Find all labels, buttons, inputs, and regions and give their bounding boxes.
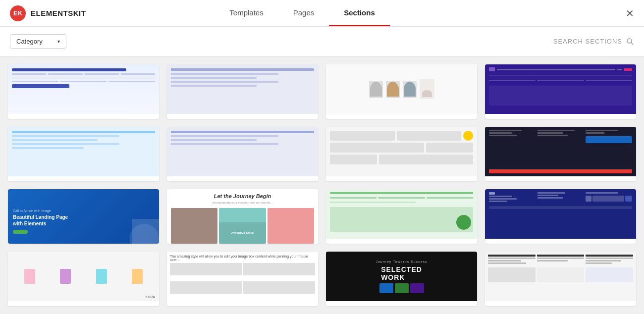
- top-navigation: EK ELEMENTSKIT Templates Pages Sections …: [0, 0, 644, 27]
- card-selected-work[interactable]: Journey Towards Success SELECTEDWORK Sel…: [326, 252, 477, 306]
- toolbar: Category ▾ SEARCH SECTIONS: [0, 27, 644, 56]
- card-mega-computer[interactable]: Mega Menu - Computer Office Security: [326, 127, 477, 181]
- card-header-s4[interactable]: Header – Section 4: [485, 64, 636, 119]
- thumbnail-footer-s2: [485, 127, 636, 176]
- card-header-s3[interactable]: Header – Section 3: [167, 127, 318, 181]
- card-label-furniture: Furniture: [485, 301, 636, 306]
- thumbnail-header-s1: [8, 64, 159, 114]
- sections-grid: Header - Section 1 Header – Section 5 Me…: [0, 56, 644, 314]
- thumbnail-mega-mens: [326, 64, 477, 114]
- thumbnail-image-accordion: Let the Journey Begin Start planning you…: [167, 189, 318, 244]
- thumbnail-image-box: The amazing style will allow you to edit…: [167, 252, 318, 301]
- thumbnail-header-s4: [485, 64, 636, 114]
- tab-templates[interactable]: Templates: [215, 0, 278, 26]
- thumbnail-mega-computer: [326, 127, 477, 176]
- card-header-s2[interactable]: Header – Section 2: [326, 189, 477, 244]
- thumbnail-mega-women: KURA: [8, 252, 159, 301]
- card-cta-s19[interactable]: Call to Action with Image Beautiful Land…: [8, 189, 159, 244]
- card-label-mega-mens: Mega Menu – Mens Fashion: [326, 114, 477, 119]
- thumbnail-footer-s1: →: [485, 189, 636, 239]
- search-area: SEARCH SECTIONS: [553, 38, 634, 46]
- thumbnail-header-s5: [167, 64, 318, 114]
- card-image-box[interactable]: The amazing style will allow you to edit…: [167, 252, 318, 306]
- thumbnail-header-s6: [8, 127, 159, 176]
- tab-sections[interactable]: Sections: [329, 0, 390, 26]
- card-header-s5[interactable]: Header – Section 5: [167, 64, 318, 119]
- card-label-header-s3: Header – Section 3: [167, 176, 318, 181]
- app-name: ELEMENTSKIT: [31, 9, 86, 17]
- card-label-header-s1: Header - Section 1: [8, 114, 159, 119]
- tab-pages[interactable]: Pages: [278, 0, 329, 26]
- card-label-selected-work: Selected Work: [326, 301, 477, 306]
- search-icon: [626, 38, 634, 46]
- close-button[interactable]: ✕: [626, 7, 634, 19]
- card-label-footer-s1: Footer - Section 1: [485, 239, 636, 244]
- card-label-header-s4: Header – Section 4: [485, 114, 636, 119]
- thumbnail-selected-work: Journey Towards Success SELECTEDWORK: [326, 252, 477, 301]
- svg-line-1: [631, 43, 633, 45]
- card-label-footer-s2: Footer – Section 2: [485, 176, 636, 181]
- nav-tabs: Templates Pages Sections: [215, 0, 389, 26]
- card-label-mega-computer: Mega Menu - Computer Office Security: [326, 176, 477, 181]
- card-footer-s1[interactable]: → Footer - Section 1: [485, 189, 636, 244]
- card-furniture[interactable]: Furniture: [485, 252, 636, 306]
- chevron-down-icon: ▾: [57, 39, 60, 44]
- thumbnail-furniture: [485, 252, 636, 301]
- logo-icon: EK: [10, 5, 26, 21]
- card-image-accordion[interactable]: Let the Journey Begin Start planning you…: [167, 189, 318, 244]
- card-label-header-s2: Header – Section 2: [326, 239, 477, 244]
- card-footer-s2[interactable]: Footer – Section 2: [485, 127, 636, 181]
- card-header-s1[interactable]: Header - Section 1: [8, 64, 159, 119]
- category-dropdown[interactable]: Category ▾: [10, 34, 66, 49]
- card-label-header-s5: Header – Section 5: [167, 114, 318, 119]
- thumbnail-header-s3: [167, 127, 318, 176]
- logo-area: EK ELEMENTSKIT: [0, 5, 96, 21]
- card-mega-women[interactable]: KURA Mega Menu – Womens Fashion: [8, 252, 159, 306]
- card-mega-mens[interactable]: Mega Menu – Mens Fashion: [326, 64, 477, 119]
- thumbnail-header-s2: [326, 189, 477, 239]
- card-label-mega-women: Mega Menu – Womens Fashion: [8, 301, 159, 306]
- card-label-header-s6: Header – Section 6: [8, 176, 159, 181]
- thumbnail-cta-s19: Call to Action with Image Beautiful Land…: [8, 189, 159, 244]
- card-label-image-box: Image Box: [167, 301, 318, 306]
- card-header-s6[interactable]: Header – Section 6: [8, 127, 159, 181]
